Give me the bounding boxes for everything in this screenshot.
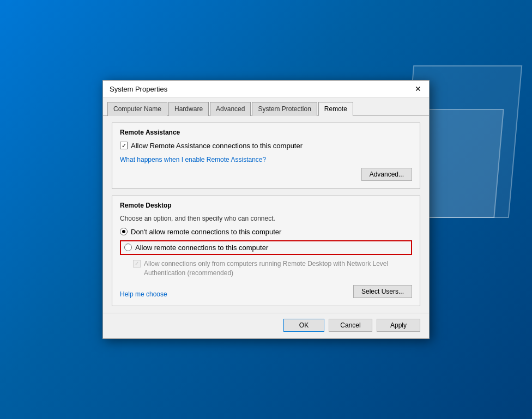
radio-dont-allow-row: Don't allow remote connections to this c… [120, 228, 412, 236]
system-properties-dialog: System Properties ✕ Computer Name Hardwa… [102, 80, 430, 339]
radio-dont-allow-label: Don't allow remote connections to this c… [131, 228, 281, 236]
nla-checkbox-row: Allow connections only from computers ru… [133, 259, 412, 278]
remote-desktop-bottom: Help me choose Select Users... [120, 285, 412, 298]
radio-dont-allow[interactable] [120, 228, 128, 235]
advanced-button[interactable]: Advanced... [361, 168, 412, 181]
radio-allow[interactable] [124, 244, 132, 251]
tab-hardware[interactable]: Hardware [168, 102, 209, 116]
allow-remote-assistance-checkbox[interactable] [120, 142, 128, 149]
dialog-titlebar: System Properties ✕ [103, 81, 429, 98]
dialog-content: Remote Assistance Allow Remote Assistanc… [103, 116, 429, 313]
help-me-choose-link[interactable]: Help me choose [120, 290, 167, 298]
tab-system-protection[interactable]: System Protection [252, 102, 317, 116]
remote-assistance-title: Remote Assistance [120, 129, 412, 136]
select-users-button[interactable]: Select Users... [353, 285, 412, 298]
tab-advanced[interactable]: Advanced [210, 102, 251, 116]
remote-desktop-section: Remote Desktop Choose an option, and the… [112, 196, 420, 307]
tab-computer-name[interactable]: Computer Name [107, 102, 167, 116]
advanced-btn-row: Advanced... [120, 168, 412, 181]
allow-remote-assistance-label: Allow Remote Assistance connections to t… [131, 142, 303, 150]
apply-button[interactable]: Apply [377, 319, 420, 332]
ok-button[interactable]: OK [283, 319, 324, 332]
allow-remote-assistance-row: Allow Remote Assistance connections to t… [120, 142, 412, 150]
tab-bar: Computer Name Hardware Advanced System P… [103, 98, 429, 116]
cancel-button[interactable]: Cancel [329, 319, 372, 332]
dialog-buttons-row: OK Cancel Apply [103, 313, 429, 338]
nla-checkbox[interactable] [133, 260, 141, 268]
remote-desktop-desc: Choose an option, and then specify who c… [120, 215, 412, 222]
remote-assistance-section: Remote Assistance Allow Remote Assistanc… [112, 123, 420, 189]
remote-assistance-help-link[interactable]: What happens when I enable Remote Assist… [120, 156, 266, 163]
dialog-title: System Properties [110, 85, 167, 93]
radio-allow-label: Allow remote connections to this compute… [135, 244, 268, 252]
remote-desktop-title: Remote Desktop [120, 202, 412, 209]
radio-allow-row-highlighted: Allow remote connections to this compute… [120, 240, 412, 255]
nla-checkbox-label: Allow connections only from computers ru… [144, 259, 412, 278]
tab-remote[interactable]: Remote [318, 102, 353, 116]
close-button[interactable]: ✕ [412, 82, 425, 95]
